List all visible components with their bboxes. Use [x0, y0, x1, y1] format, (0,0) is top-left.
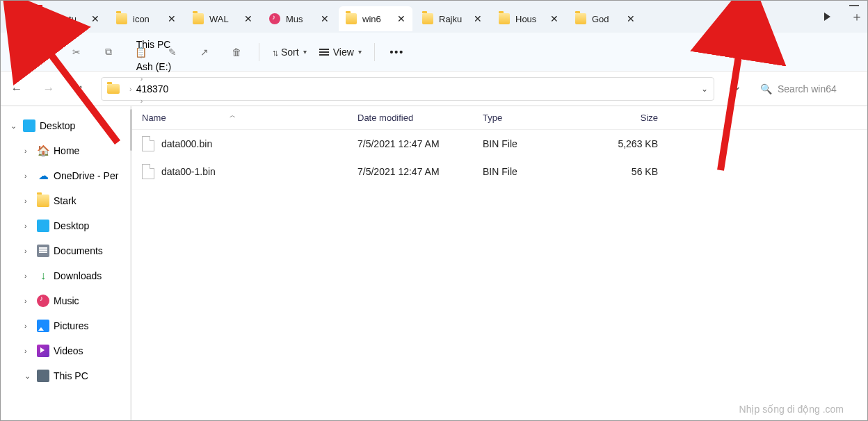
breadcrumb-bar[interactable]: › This PC›Ash (E:)›418370›remote›win64_s… [101, 77, 714, 101]
tab-close-button[interactable]: ✕ [624, 12, 638, 26]
tab-scroll-right-button[interactable] [816, 6, 838, 28]
od-icon [37, 170, 49, 182]
sidebar-item-videos[interactable]: › Videos [1, 338, 130, 363]
vid-icon [37, 345, 49, 357]
chevron-icon[interactable]: › [24, 172, 33, 180]
chevron-icon[interactable]: › [24, 272, 33, 280]
chevron-icon[interactable]: › [24, 222, 33, 230]
sidebar-item-desktop[interactable]: › Desktop [1, 213, 130, 238]
tab-god[interactable]: God ✕ [568, 6, 642, 31]
music-icon [37, 295, 49, 307]
folder-icon [575, 13, 586, 24]
column-headers: ︿Name Date modified Type Size [132, 106, 867, 130]
more-button[interactable]: ••• [383, 38, 411, 66]
delete-button[interactable]: 🗑 [223, 38, 250, 66]
tab-scroll-left-button[interactable] [5, 6, 27, 28]
folder-icon [193, 13, 204, 24]
sidebar-item-this-pc[interactable]: ⌄ This PC [1, 363, 130, 388]
chevron-icon[interactable]: › [24, 247, 33, 255]
folder-icon [422, 13, 433, 24]
tab-win6[interactable]: win6 ✕ [339, 6, 412, 31]
tab-pictu[interactable]: Pictu ✕ [33, 6, 106, 31]
sidebar-item-label: Downloads [54, 270, 102, 281]
view-icon [319, 49, 329, 56]
search-placeholder: Search win64 [778, 83, 837, 94]
back-button[interactable]: ← [5, 77, 29, 101]
copy-button[interactable]: ⧉ [95, 38, 122, 66]
chevron-icon[interactable]: › [24, 197, 33, 205]
sidebar-item-stark[interactable]: › Stark [1, 188, 130, 213]
address-row: ← → ↑ › This PC›Ash (E:)›418370›remote›w… [1, 72, 867, 106]
chevron-down-icon[interactable]: ⌄ [10, 122, 19, 131]
tab-label: Rajku [439, 14, 467, 24]
folder-icon [499, 13, 510, 24]
chevron-icon[interactable]: › [24, 147, 33, 155]
tab-close-button[interactable]: ✕ [547, 12, 561, 26]
sidebar-root-desktop[interactable]: ⌄ Desktop [1, 113, 130, 138]
column-type[interactable]: Type [473, 113, 577, 123]
minimize-button[interactable] [849, 5, 859, 6]
view-button[interactable]: View▾ [315, 47, 366, 58]
tab-label: WAL [209, 14, 237, 24]
file-icon [142, 164, 154, 179]
chevron-icon[interactable]: › [24, 297, 33, 305]
sidebar: ⌄ Desktop › Home› OneDrive - Per› Stark›… [1, 106, 130, 421]
breadcrumb-segment[interactable]: This PC [136, 39, 188, 50]
sidebar-item-label: Pictures [54, 320, 89, 331]
sidebar-item-onedrive---per[interactable]: › OneDrive - Per [1, 163, 130, 188]
chevron-icon[interactable]: › [24, 347, 33, 355]
tab-close-button[interactable]: ✕ [394, 12, 408, 26]
sort-icon [272, 47, 277, 58]
column-name[interactable]: ︿Name [132, 113, 348, 123]
sidebar-item-downloads[interactable]: › Downloads [1, 263, 130, 288]
chevron-icon[interactable]: ⌄ [24, 372, 33, 381]
sidebar-item-label: Music [54, 295, 79, 306]
tab-close-button[interactable]: ✕ [471, 12, 485, 26]
watermark: Nhịp sống di động .com [739, 404, 844, 415]
sidebar-item-music[interactable]: › Music [1, 288, 130, 313]
new-tab-button[interactable]: ＋ [846, 6, 867, 27]
file-type: BIN File [473, 138, 577, 149]
tab-wal[interactable]: WAL ✕ [186, 6, 259, 31]
column-size[interactable]: Size [577, 113, 668, 123]
tab-rajku[interactable]: Rajku ✕ [415, 6, 489, 31]
search-input[interactable]: 🔍 Search win64 [755, 77, 859, 101]
cut-button[interactable]: ✂ [63, 38, 90, 66]
tab-close-button[interactable]: ✕ [241, 12, 255, 26]
address-dropdown[interactable]: ⌄ [701, 84, 708, 94]
music-icon [269, 13, 280, 24]
chevron-icon[interactable]: › [24, 322, 33, 330]
sidebar-item-home[interactable]: › Home [1, 138, 130, 163]
tab-close-button[interactable]: ✕ [165, 12, 179, 26]
file-name: data00-1.bin [161, 166, 216, 177]
tab-mus[interactable]: Mus ✕ [262, 6, 336, 31]
tab-label: Hous [515, 14, 543, 24]
doc-icon [37, 245, 49, 257]
pic-icon [40, 13, 51, 24]
search-icon: 🔍 [760, 83, 772, 94]
desk-icon [37, 220, 49, 232]
tab-hous[interactable]: Hous ✕ [492, 6, 565, 31]
file-row[interactable]: data000.bin 7/5/2021 12:47 AM BIN File 5… [132, 130, 867, 158]
sort-button[interactable]: Sort▾ [268, 47, 311, 58]
breadcrumb-segment[interactable]: Ash (E:) [136, 61, 188, 72]
tab-close-button[interactable]: ✕ [88, 12, 102, 26]
share-button[interactable]: ↗ [191, 38, 218, 66]
sidebar-item-label: Videos [54, 345, 83, 356]
home-icon [37, 145, 49, 157]
breadcrumb-segment[interactable]: 418370 [136, 83, 188, 94]
file-size: 56 KB [577, 166, 668, 177]
sidebar-item-documents[interactable]: › Documents [1, 238, 130, 263]
file-name: data000.bin [161, 138, 212, 149]
new-item-button[interactable]: ＋ [10, 44, 26, 60]
sidebar-resize-handle[interactable] [130, 106, 132, 421]
forward-button[interactable]: → [37, 77, 61, 101]
tab-icon[interactable]: icon ✕ [109, 6, 183, 31]
column-date[interactable]: Date modified [348, 113, 473, 123]
up-button[interactable]: ↑ [69, 77, 93, 101]
sidebar-item-pictures[interactable]: › Pictures [1, 313, 130, 338]
tab-close-button[interactable]: ✕ [318, 12, 332, 26]
file-row[interactable]: data00-1.bin 7/5/2021 12:47 AM BIN File … [132, 158, 867, 185]
refresh-button[interactable]: ⟳ [723, 77, 746, 101]
tab-label: win6 [362, 14, 390, 24]
